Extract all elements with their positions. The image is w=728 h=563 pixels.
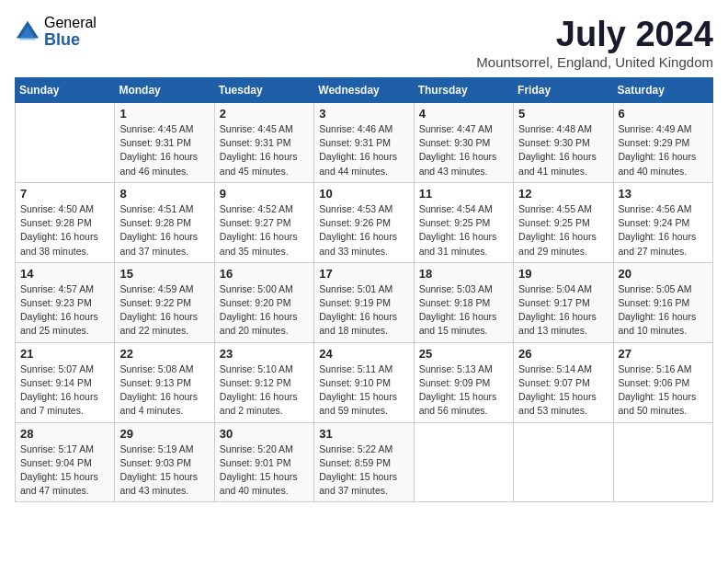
column-header-friday: Friday — [514, 78, 613, 103]
day-info: Sunrise: 4:54 AMSunset: 9:25 PMDaylight:… — [419, 202, 508, 259]
column-header-monday: Monday — [115, 78, 214, 103]
calendar-cell: 23Sunrise: 5:10 AMSunset: 9:12 PMDayligh… — [214, 342, 313, 422]
day-info: Sunrise: 4:47 AMSunset: 9:30 PMDaylight:… — [419, 122, 508, 178]
day-number: 24 — [319, 347, 408, 361]
day-info: Sunrise: 5:01 AMSunset: 9:19 PMDaylight:… — [319, 282, 408, 339]
day-number: 19 — [518, 267, 608, 281]
day-number: 5 — [518, 107, 608, 121]
day-number: 23 — [220, 347, 309, 361]
day-number: 12 — [518, 187, 608, 201]
calendar-cell: 19Sunrise: 5:04 AMSunset: 9:17 PMDayligh… — [514, 262, 613, 342]
week-row-2: 7Sunrise: 4:50 AMSunset: 9:28 PMDaylight… — [16, 182, 713, 262]
day-number: 26 — [518, 347, 608, 361]
calendar-cell: 12Sunrise: 4:55 AMSunset: 9:25 PMDayligh… — [514, 182, 613, 262]
column-header-tuesday: Tuesday — [214, 78, 313, 103]
calendar-cell: 24Sunrise: 5:11 AMSunset: 9:10 PMDayligh… — [314, 342, 414, 422]
day-info: Sunrise: 5:22 AMSunset: 8:59 PMDaylight:… — [319, 442, 408, 499]
day-number: 8 — [119, 187, 209, 201]
calendar-cell: 1Sunrise: 4:45 AMSunset: 9:31 PMDaylight… — [115, 103, 214, 183]
day-info: Sunrise: 4:45 AMSunset: 9:31 PMDaylight:… — [119, 122, 209, 178]
location-subtitle: Mountsorrel, England, United Kingdom — [476, 54, 713, 70]
calendar-cell: 6Sunrise: 4:49 AMSunset: 9:29 PMDaylight… — [613, 103, 712, 183]
day-number: 31 — [319, 427, 408, 441]
calendar-cell: 21Sunrise: 5:07 AMSunset: 9:14 PMDayligh… — [16, 342, 115, 422]
calendar-cell: 26Sunrise: 5:14 AMSunset: 9:07 PMDayligh… — [514, 342, 613, 422]
day-info: Sunrise: 5:03 AMSunset: 9:18 PMDaylight:… — [419, 282, 508, 339]
day-info: Sunrise: 4:57 AMSunset: 9:23 PMDaylight:… — [20, 282, 109, 339]
week-row-4: 21Sunrise: 5:07 AMSunset: 9:14 PMDayligh… — [16, 342, 713, 422]
day-info: Sunrise: 4:46 AMSunset: 9:31 PMDaylight:… — [319, 122, 408, 178]
day-info: Sunrise: 4:55 AMSunset: 9:25 PMDaylight:… — [518, 202, 608, 259]
day-number: 7 — [20, 187, 109, 201]
calendar-cell: 29Sunrise: 5:19 AMSunset: 9:03 PMDayligh… — [115, 422, 214, 502]
day-info: Sunrise: 4:56 AMSunset: 9:24 PMDaylight:… — [619, 202, 708, 259]
calendar-cell: 17Sunrise: 5:01 AMSunset: 9:19 PMDayligh… — [314, 262, 414, 342]
day-info: Sunrise: 5:19 AMSunset: 9:03 PMDaylight:… — [119, 442, 209, 499]
day-info: Sunrise: 4:53 AMSunset: 9:26 PMDaylight:… — [319, 202, 408, 259]
logo-icon — [15, 19, 40, 45]
day-info: Sunrise: 4:51 AMSunset: 9:28 PMDaylight:… — [119, 202, 209, 259]
day-info: Sunrise: 4:59 AMSunset: 9:22 PMDaylight:… — [119, 282, 209, 339]
calendar-cell: 27Sunrise: 5:16 AMSunset: 9:06 PMDayligh… — [613, 342, 712, 422]
day-number: 18 — [419, 267, 508, 281]
day-number: 10 — [319, 187, 408, 201]
day-info: Sunrise: 5:04 AMSunset: 9:17 PMDaylight:… — [518, 282, 608, 339]
logo-general: General — [44, 15, 97, 31]
day-number: 6 — [619, 107, 708, 121]
week-row-1: 1Sunrise: 4:45 AMSunset: 9:31 PMDaylight… — [16, 103, 713, 183]
day-info: Sunrise: 5:10 AMSunset: 9:12 PMDaylight:… — [220, 362, 309, 419]
day-number: 13 — [619, 187, 708, 201]
week-row-3: 14Sunrise: 4:57 AMSunset: 9:23 PMDayligh… — [16, 262, 713, 342]
day-number: 3 — [319, 107, 408, 121]
logo: General Blue — [15, 15, 97, 49]
day-number: 4 — [419, 107, 508, 121]
week-row-5: 28Sunrise: 5:17 AMSunset: 9:04 PMDayligh… — [16, 422, 713, 502]
column-header-wednesday: Wednesday — [314, 78, 414, 103]
day-number: 28 — [20, 427, 109, 441]
calendar-cell: 9Sunrise: 4:52 AMSunset: 9:27 PMDaylight… — [214, 182, 313, 262]
title-block: July 2024 Mountsorrel, England, United K… — [476, 15, 713, 70]
day-number: 27 — [619, 347, 708, 361]
day-info: Sunrise: 5:05 AMSunset: 9:16 PMDaylight:… — [619, 282, 708, 339]
day-info: Sunrise: 5:11 AMSunset: 9:10 PMDaylight:… — [319, 362, 408, 419]
day-info: Sunrise: 4:49 AMSunset: 9:29 PMDaylight:… — [619, 122, 708, 178]
column-header-saturday: Saturday — [613, 78, 712, 103]
calendar-cell: 4Sunrise: 4:47 AMSunset: 9:30 PMDaylight… — [414, 103, 513, 183]
day-info: Sunrise: 5:13 AMSunset: 9:09 PMDaylight:… — [419, 362, 508, 419]
day-info: Sunrise: 5:20 AMSunset: 9:01 PMDaylight:… — [220, 442, 309, 499]
day-info: Sunrise: 4:48 AMSunset: 9:30 PMDaylight:… — [518, 122, 608, 178]
calendar-cell: 30Sunrise: 5:20 AMSunset: 9:01 PMDayligh… — [214, 422, 313, 502]
page-header: General Blue July 2024 Mountsorrel, Engl… — [15, 15, 713, 70]
calendar-cell: 10Sunrise: 4:53 AMSunset: 9:26 PMDayligh… — [314, 182, 414, 262]
calendar-cell: 15Sunrise: 4:59 AMSunset: 9:22 PMDayligh… — [115, 262, 214, 342]
calendar-header-row: SundayMondayTuesdayWednesdayThursdayFrid… — [16, 78, 713, 103]
calendar-cell: 14Sunrise: 4:57 AMSunset: 9:23 PMDayligh… — [16, 262, 115, 342]
logo-text: General Blue — [44, 15, 97, 49]
day-info: Sunrise: 5:00 AMSunset: 9:20 PMDaylight:… — [220, 282, 309, 339]
day-info: Sunrise: 5:17 AMSunset: 9:04 PMDaylight:… — [20, 442, 109, 499]
day-number: 1 — [119, 107, 209, 121]
calendar-cell: 25Sunrise: 5:13 AMSunset: 9:09 PMDayligh… — [414, 342, 513, 422]
day-number: 9 — [220, 187, 309, 201]
day-number: 30 — [220, 427, 309, 441]
calendar-cell: 18Sunrise: 5:03 AMSunset: 9:18 PMDayligh… — [414, 262, 513, 342]
day-number: 14 — [20, 267, 109, 281]
calendar-cell: 7Sunrise: 4:50 AMSunset: 9:28 PMDaylight… — [16, 182, 115, 262]
logo-blue: Blue — [44, 31, 97, 50]
calendar-cell: 20Sunrise: 5:05 AMSunset: 9:16 PMDayligh… — [613, 262, 712, 342]
calendar-cell: 28Sunrise: 5:17 AMSunset: 9:04 PMDayligh… — [16, 422, 115, 502]
day-info: Sunrise: 4:45 AMSunset: 9:31 PMDaylight:… — [220, 122, 309, 178]
day-number: 22 — [119, 347, 209, 361]
day-info: Sunrise: 5:08 AMSunset: 9:13 PMDaylight:… — [119, 362, 209, 419]
calendar-table: SundayMondayTuesdayWednesdayThursdayFrid… — [15, 77, 713, 502]
day-info: Sunrise: 4:52 AMSunset: 9:27 PMDaylight:… — [220, 202, 309, 259]
day-info: Sunrise: 5:14 AMSunset: 9:07 PMDaylight:… — [518, 362, 608, 419]
day-info: Sunrise: 5:16 AMSunset: 9:06 PMDaylight:… — [619, 362, 708, 419]
calendar-cell: 22Sunrise: 5:08 AMSunset: 9:13 PMDayligh… — [115, 342, 214, 422]
calendar-cell: 8Sunrise: 4:51 AMSunset: 9:28 PMDaylight… — [115, 182, 214, 262]
day-number: 21 — [20, 347, 109, 361]
day-number: 11 — [419, 187, 508, 201]
calendar-cell: 2Sunrise: 4:45 AMSunset: 9:31 PMDaylight… — [214, 103, 313, 183]
day-number: 16 — [220, 267, 309, 281]
calendar-cell: 3Sunrise: 4:46 AMSunset: 9:31 PMDaylight… — [314, 103, 414, 183]
